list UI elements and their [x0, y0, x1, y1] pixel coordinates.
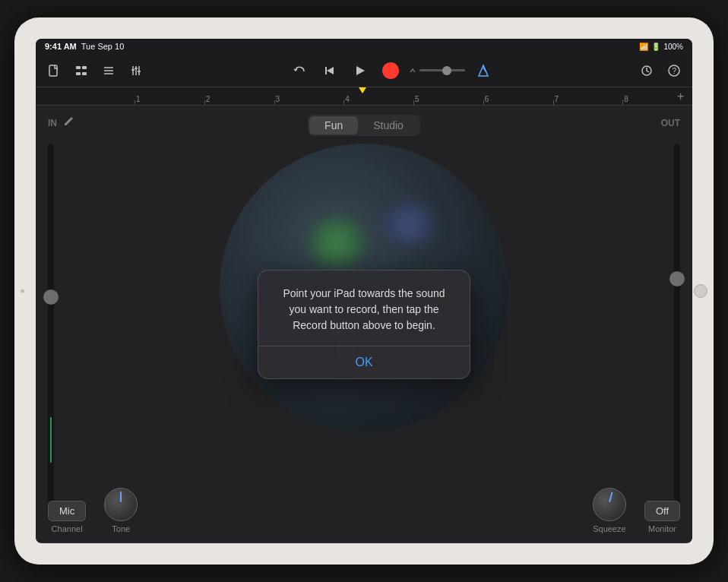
playhead[interactable] [359, 87, 366, 96]
tempo-button[interactable] [635, 59, 659, 83]
list-view-button[interactable] [97, 59, 121, 83]
toolbar-center [151, 59, 631, 83]
tracks-view-button[interactable] [69, 59, 93, 83]
rewind-button[interactable] [318, 59, 342, 83]
dialog-body: Point your iPad towards the sound you wa… [258, 270, 470, 346]
svg-rect-1 [76, 66, 81, 69]
svg-marker-15 [327, 67, 334, 74]
volume-track[interactable] [419, 69, 465, 71]
ruler-mark-5: 5 [413, 95, 483, 103]
svg-rect-2 [82, 66, 87, 69]
tone-knob-indicator [120, 492, 122, 502]
toolbar-left [42, 59, 148, 83]
record-button[interactable] [378, 59, 403, 83]
ruler: 1 2 3 4 5 6 7 8 + [36, 87, 692, 106]
record-indicator [382, 62, 399, 79]
svg-rect-12 [135, 68, 138, 69]
svg-rect-3 [76, 72, 81, 75]
ipad-frame: 9:41 AM Tue Sep 10 📶 🔋 100% [14, 17, 714, 565]
status-date: Tue Sep 10 [81, 42, 124, 51]
ruler-mark-2: 2 [204, 95, 274, 103]
undo-button[interactable] [287, 59, 312, 83]
toolbar: ? [36, 54, 692, 87]
monitor-label: Monitor [648, 524, 676, 533]
mic-channel-button[interactable]: Mic [48, 501, 86, 521]
main-area: IN OUT Fun Studio [36, 106, 692, 542]
ruler-mark-6: 6 [483, 95, 553, 103]
side-button [21, 289, 24, 293]
tone-knob-group: Tone [104, 488, 138, 533]
monitor-group: Off Monitor [644, 501, 680, 533]
svg-marker-16 [356, 66, 365, 75]
ipad-screen: 9:41 AM Tue Sep 10 📶 🔋 100% [36, 39, 692, 543]
dialog-ok-button[interactable]: OK [258, 346, 470, 378]
tone-label: Tone [112, 524, 130, 533]
toolbar-right: ? [635, 59, 686, 83]
playhead-triangle [359, 87, 366, 93]
right-controls: Squeeze Off Monitor [593, 488, 680, 533]
dialog-overlay: Point your iPad towards the sound you wa… [36, 106, 692, 542]
wifi-icon: 📶 [639, 43, 648, 51]
svg-marker-17 [479, 65, 488, 76]
ruler-mark-4: 4 [343, 95, 413, 103]
tone-knob[interactable] [104, 488, 138, 521]
info-dialog: Point your iPad towards the sound you wa… [258, 270, 470, 379]
squeeze-knob-indicator [609, 492, 613, 502]
squeeze-group: Squeeze [593, 488, 626, 533]
metronome-button[interactable] [471, 59, 495, 83]
channel-group: Mic Channel [48, 501, 86, 533]
bottom-controls: Mic Channel Tone Squeeze [36, 488, 692, 533]
squeeze-knob[interactable] [593, 488, 626, 521]
home-button[interactable] [694, 284, 707, 298]
battery-icon: 🔋 [651, 43, 660, 51]
svg-rect-13 [138, 71, 141, 72]
volume-thumb[interactable] [442, 66, 451, 75]
ruler-mark-3: 3 [274, 95, 344, 103]
status-bar: 9:41 AM Tue Sep 10 📶 🔋 100% [36, 39, 692, 54]
status-right-group: 📶 🔋 100% [639, 43, 683, 51]
ruler-mark-7: 7 [553, 95, 623, 103]
add-track-button[interactable]: + [677, 90, 689, 103]
svg-rect-4 [82, 72, 87, 75]
help-button[interactable]: ? [662, 59, 686, 83]
monitor-button[interactable]: Off [644, 501, 680, 521]
ruler-mark-1: 1 [135, 95, 204, 103]
channel-label: Channel [52, 524, 83, 533]
dialog-message: Point your iPad towards the sound you wa… [274, 286, 454, 334]
svg-text:?: ? [673, 67, 677, 75]
battery-label: 100% [663, 43, 683, 51]
svg-rect-0 [49, 65, 57, 76]
play-button[interactable] [348, 59, 372, 83]
volume-slider[interactable] [409, 66, 465, 75]
mixer-button[interactable] [124, 59, 148, 83]
svg-rect-11 [131, 69, 135, 71]
status-time: 9:41 AM [45, 42, 77, 51]
squeeze-label: Squeeze [593, 524, 625, 533]
new-song-button[interactable] [42, 59, 66, 83]
